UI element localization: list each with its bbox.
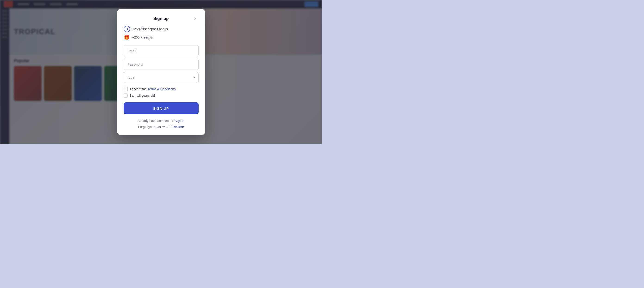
modal-overlay: Sign up × B 125% first deposit bonus 🎁 +…: [0, 0, 322, 144]
restore-link[interactable]: Restore: [173, 125, 184, 129]
freespin-bonus-text: +250 Freespin: [132, 36, 153, 39]
forgot-password-row: Forgot your password? Restore: [138, 125, 184, 129]
deposit-bonus-text: 125% first deposit bonus: [132, 27, 168, 31]
sign-in-row: Already have an account Sign in: [138, 119, 184, 123]
bonus-section: B 125% first deposit bonus 🎁 +250 Freesp…: [124, 26, 198, 41]
email-field[interactable]: [124, 45, 198, 56]
terms-checkbox[interactable]: [124, 87, 128, 91]
terms-checkbox-item[interactable]: I accept the Terms & Conditions: [124, 87, 198, 91]
signup-form: BDT USD EUR GBP INR: [124, 45, 198, 83]
age-label: I am 18 years old: [130, 94, 155, 97]
gift-icon: 🎁: [124, 34, 130, 41]
sign-in-link[interactable]: Sign in: [174, 119, 184, 123]
modal-header: Sign up ×: [124, 16, 198, 21]
terms-label: I accept the Terms & Conditions: [130, 87, 176, 91]
currency-select[interactable]: BDT USD EUR GBP INR: [124, 72, 198, 83]
signup-modal: Sign up × B 125% first deposit bonus 🎁 +…: [117, 9, 205, 135]
deposit-bonus-item: B 125% first deposit bonus: [124, 26, 198, 32]
password-field[interactable]: [124, 59, 198, 70]
bitcoin-icon: B: [124, 26, 130, 32]
age-checkbox-item[interactable]: I am 18 years old: [124, 93, 198, 98]
checkboxes-section: I accept the Terms & Conditions I am 18 …: [124, 87, 198, 98]
terms-link[interactable]: Terms & Conditions: [148, 87, 176, 91]
have-account-text: Already have an account: [138, 119, 173, 123]
age-checkbox[interactable]: [124, 93, 128, 98]
terms-prefix: I accept the: [130, 87, 148, 91]
modal-title: Sign up: [154, 16, 169, 21]
close-button[interactable]: ×: [192, 16, 198, 22]
footer-links: Already have an account Sign in Forgot y…: [124, 119, 198, 129]
freespin-bonus-item: 🎁 +250 Freespin: [124, 34, 198, 41]
signup-button[interactable]: SIGN UP: [124, 102, 198, 114]
forgot-password-text: Forgot your password?: [138, 125, 171, 129]
